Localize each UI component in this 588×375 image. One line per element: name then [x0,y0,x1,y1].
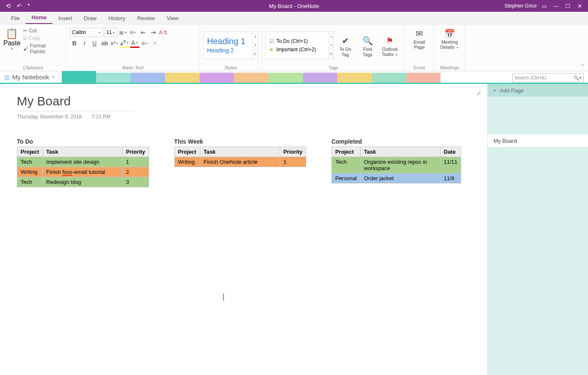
section-tab[interactable] [200,73,234,83]
font-name-select[interactable]: Calibri▾ [70,28,103,37]
plus-icon: ＋ [492,87,497,94]
page-list-item[interactable]: My Board [488,134,588,147]
table-row[interactable]: TechOrganize existing repos in workspace… [332,157,461,173]
copy-button[interactable]: ⧉Copy [23,35,61,41]
section-tab[interactable] [268,73,303,83]
ribbon-tabs: File Home Insert Draw History Review Vie… [0,12,588,24]
format-painter-button[interactable]: 🖌Format Painter [23,43,61,55]
table-row[interactable]: TechRedesign blog3 [17,177,149,187]
tab-home[interactable]: Home [26,12,52,24]
delete-icon[interactable]: ✕ [150,39,160,48]
ribbon-options-icon[interactable]: ▭ [540,3,549,9]
underline-icon[interactable]: U [90,39,99,48]
group-label: Styles [203,65,258,70]
page-list-sidebar: ＋Add Page My Board [487,84,588,375]
tags-more-icon[interactable]: ⊟ [329,52,334,56]
scissors-icon: ✂ [23,28,27,34]
section-tab[interactable] [131,73,165,83]
font-size-select[interactable]: 11▾ [104,28,118,37]
star-icon: ★ [269,47,274,52]
tags-down-icon[interactable]: ▾ [329,43,334,47]
close-icon[interactable]: ✕ [575,3,584,9]
cut-button[interactable]: ✂Cut [23,28,61,34]
numbering-icon[interactable]: ≡▾ [129,28,138,37]
section-tab[interactable] [165,73,200,83]
find-tags-button[interactable]: 🔍Find Tags [357,33,379,57]
table-row[interactable]: WritingFinish foss-email tutorial2 [17,167,149,177]
outdent-icon[interactable]: ⇤ [139,28,148,37]
styles-more-icon[interactable]: ⊟ [252,52,258,56]
back-icon[interactable]: ⟲ [6,3,11,9]
tags-gallery[interactable]: ☑To Do (Ctrl+1) ★Important (Ctrl+2) [265,31,329,59]
ribbon: 📋 Paste ▾ ✂Cut ⧉Copy 🖌Format Painter Cli… [0,24,588,71]
tab-draw[interactable]: Draw [78,13,102,24]
font-color-icon[interactable]: A▾ [130,39,139,48]
group-label: Clipboard [3,65,63,70]
section-tab[interactable] [372,73,406,83]
tab-insert[interactable]: Insert [52,13,78,24]
add-page-button[interactable]: ＋Add Page [488,84,588,97]
board-todo[interactable]: To Do ProjectTaskPriority TechImplement … [17,138,149,187]
search-icon: 🔍 [362,35,373,47]
section-tab[interactable] [234,73,268,83]
quick-access-dropdown[interactable]: ▾ [28,3,30,9]
notebook-bar: ▥ My Notebook ▾ Search (Ctrl+E) 🔍▾ [0,71,588,84]
flag-icon: ⚑ [386,35,394,47]
section-tab[interactable] [96,73,131,83]
tab-review[interactable]: Review [131,13,161,24]
email-page-button[interactable]: ✉Email Page [408,26,430,50]
maximize-icon[interactable]: ☐ [564,3,572,9]
board-this-week[interactable]: This Week ProjectTaskPriority WritingFin… [174,138,307,187]
section-tabs[interactable] [62,71,441,83]
expand-icon[interactable]: ⤢ [476,90,481,97]
page-canvas[interactable]: ⤢ My Board Thursday, November 8, 20187:2… [0,84,487,375]
collapse-ribbon-icon[interactable]: ⌃ [580,63,585,69]
superscript-icon[interactable]: x²▾ [110,39,119,48]
group-label: Tags [265,65,401,70]
align-icon[interactable]: ≡▾ [140,39,150,48]
table-row[interactable]: TechImplement site design1 [17,157,149,167]
styles-gallery[interactable]: Heading 1 Heading 2 [203,31,252,59]
group-label: Meetings [438,65,462,70]
strike-icon[interactable]: ab [100,39,109,48]
calendar-icon: 📅 [444,28,455,39]
table-row[interactable]: PersonalOrder jacket11/9 [332,173,461,184]
section-tab[interactable] [62,71,96,83]
tags-up-icon[interactable]: ▴ [329,34,334,38]
search-input[interactable]: Search (Ctrl+E) 🔍▾ [512,73,584,82]
bullets-icon[interactable]: ≣▾ [118,28,128,37]
copy-icon: ⧉ [23,35,27,41]
paste-button[interactable]: 📋 Paste ▾ [3,26,21,51]
undo-icon[interactable]: ↶ [17,3,22,9]
notebook-icon: ▥ [4,74,10,81]
outlook-tasks-button[interactable]: ⚑Outlook Tasks ▾ [379,33,401,57]
tab-view[interactable]: View [161,13,184,24]
highlight-icon[interactable]: 🖍▾ [120,39,129,48]
magnifier-icon: 🔍▾ [573,75,582,81]
tab-history[interactable]: History [102,13,131,24]
text-cursor: | [223,292,225,301]
page-timestamp: Thursday, November 8, 20187:21 PM [17,114,470,120]
bold-icon[interactable]: B [70,39,79,48]
meeting-details-button[interactable]: 📅Meeting Details ▾ [438,26,462,50]
indent-icon[interactable]: ⇥ [149,28,158,37]
brush-icon: 🖌 [23,46,28,52]
section-tab[interactable] [303,73,337,83]
todo-tag-button[interactable]: ✔To Do Tag [334,33,356,57]
board-completed[interactable]: Completed ProjectTaskDate TechOrganize e… [331,138,461,187]
styles-down-icon[interactable]: ▾ [252,43,258,47]
section-tab[interactable] [337,73,372,83]
styles-up-icon[interactable]: ▴ [252,34,258,38]
window-title: My Board - OneNote [269,3,319,9]
notebook-picker[interactable]: ▥ My Notebook ▾ [0,73,55,81]
checkbox-icon: ☑ [269,38,274,44]
checkmark-icon: ✔ [342,35,349,47]
clear-format-icon[interactable]: A↯ [159,28,168,37]
table-row[interactable]: WritingFinish OneNote article1 [174,157,306,167]
minimize-icon[interactable]: — [552,3,560,9]
page-title[interactable]: My Board [17,94,470,108]
section-tab[interactable] [406,73,441,83]
italic-icon[interactable]: I [80,39,89,48]
tab-file[interactable]: File [5,13,26,24]
user-name[interactable]: Stephen Grice [504,3,537,9]
